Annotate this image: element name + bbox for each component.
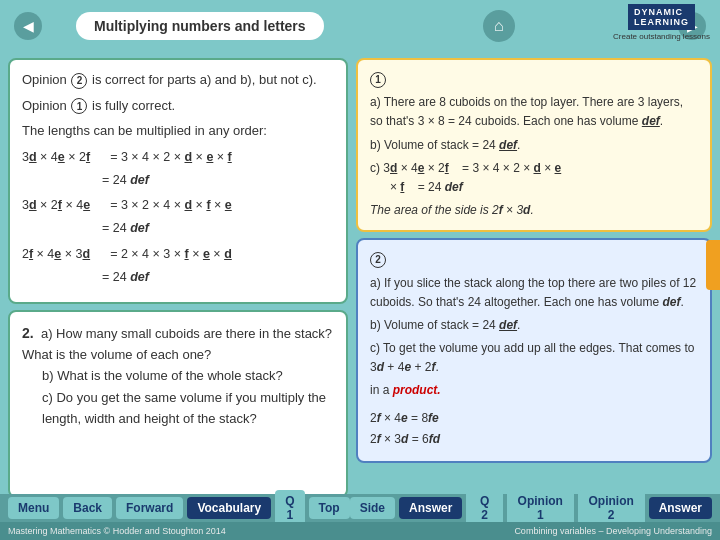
ans1b: b) Volume of stack = 24 def. xyxy=(370,136,698,155)
math1-lhs: 3d × 4e × 2f xyxy=(22,147,90,168)
answer-box-1: 1 a) There are 8 cuboids on the top laye… xyxy=(356,58,712,232)
footer-right: Combining variables – Developing Underst… xyxy=(514,526,712,536)
math3-lhs: 2f × 4e × 3d xyxy=(22,244,90,265)
opinion1-button[interactable]: Opinion 1 xyxy=(507,490,574,526)
forward-button[interactable]: Forward xyxy=(116,497,183,519)
top-bar: ◀ Multiplying numbers and letters ⌂ ▶ DY… xyxy=(0,0,720,52)
ans1c: c) 3d × 4e × 2f = 3 × 4 × 2 × d × e xyxy=(370,159,698,178)
opinion-intro: Opinion 2 is correct for parts a) and b)… xyxy=(22,70,334,90)
bottom-bar: Menu Back Forward Vocabulary Q 1 Top Sid… xyxy=(0,494,720,522)
circle-2-label: 2 xyxy=(370,250,698,269)
footer-bar: Mastering Mathematics © Hodder and Stoug… xyxy=(0,522,720,540)
logo-text: DYNAMICLEARNING xyxy=(628,4,695,30)
ans2a: a) If you slice the stack along the top … xyxy=(370,274,698,312)
answer-circle-1: 1 xyxy=(370,72,386,88)
answer-box-2: 2 a) If you slice the stack along the to… xyxy=(356,238,712,463)
answer2-button[interactable]: Answer xyxy=(649,497,712,519)
circle-1: 1 xyxy=(71,98,87,114)
ans2c: c) To get the volume you add up all the … xyxy=(370,339,698,377)
opinion2-button[interactable]: Opinion 2 xyxy=(578,490,645,526)
math-block-1: 3d × 4e × 2f = 3 × 4 × 2 × d × e × f = 2… xyxy=(22,147,334,192)
side-button[interactable]: Side xyxy=(350,497,395,519)
math3-result: = 24 def xyxy=(22,267,334,288)
logo-sub: Create outstanding lessons xyxy=(613,32,710,41)
circle-1-label: 1 xyxy=(370,70,698,89)
question-title: 2. a) How many small cuboids are there i… xyxy=(22,322,334,366)
eq2: 2f × 3d = 6fd xyxy=(370,430,698,449)
math-line-2: 3d × 2f × 4e = 3 × 2 × 4 × d × f × e xyxy=(22,195,334,216)
q1-button[interactable]: Q 1 xyxy=(275,490,304,526)
product-note: in a product. xyxy=(370,381,698,400)
home-icon[interactable]: ⌂ xyxy=(483,10,515,42)
question-box: 2. a) How many small cuboids are there i… xyxy=(8,310,348,498)
math-block-3: 2f × 4e × 3d = 2 × 4 × 3 × f × e × d = 2… xyxy=(22,244,334,289)
math3-eq: = 2 × 4 × 3 × f × e × d xyxy=(110,244,232,265)
question-c: c) Do you get the same volume if you mul… xyxy=(42,388,334,430)
opinion-box: Opinion 2 is correct for parts a) and b)… xyxy=(8,58,348,304)
ans2b: b) Volume of stack = 24 def. xyxy=(370,316,698,335)
prev-arrow[interactable]: ◀ xyxy=(14,12,42,40)
bottom-left-nav: Menu Back Forward Vocabulary Q 1 Top xyxy=(8,490,350,526)
eq1: 2f × 4e = 8fe xyxy=(370,409,698,428)
right-panel: 1 a) There are 8 cuboids on the top laye… xyxy=(356,58,712,498)
answer-circle-2: 2 xyxy=(370,252,386,268)
footer-left: Mastering Mathematics © Hodder and Stoug… xyxy=(8,526,226,536)
math2-eq: = 3 × 2 × 4 × d × f × e xyxy=(110,195,232,216)
math1-result: = 24 def xyxy=(22,170,334,191)
math-line-1: 3d × 4e × 2f = 3 × 4 × 2 × d × e × f xyxy=(22,147,334,168)
answer-math: 2f × 4e = 8fe 2f × 3d = 6fd xyxy=(370,409,698,449)
order-note: The lengths can be multiplied in any ord… xyxy=(22,121,334,141)
menu-button[interactable]: Menu xyxy=(8,497,59,519)
answer-button[interactable]: Answer xyxy=(399,497,462,519)
opinion-2-text: Opinion 1 is fully correct. xyxy=(22,96,334,116)
ans1a: a) There are 8 cuboids on the top layer.… xyxy=(370,93,698,131)
math2-lhs: 3d × 2f × 4e xyxy=(22,195,90,216)
side-note: The area of the side is 2f × 3d. xyxy=(370,201,698,220)
math2-result: = 24 def xyxy=(22,218,334,239)
vocabulary-button[interactable]: Vocabulary xyxy=(187,497,271,519)
top-button[interactable]: Top xyxy=(309,497,350,519)
bottom-right-nav: Side Answer Q 2 Opinion 1 Opinion 2 Answ… xyxy=(350,490,712,526)
back-button[interactable]: Back xyxy=(63,497,112,519)
ans1c2: × f = 24 def xyxy=(370,178,698,197)
main-content: Opinion 2 is correct for parts a) and b)… xyxy=(0,52,720,504)
logo: DYNAMICLEARNING Create outstanding lesso… xyxy=(613,4,710,41)
question-b: b) What is the volume of the whole stack… xyxy=(42,366,334,387)
math1-eq: = 3 × 4 × 2 × d × e × f xyxy=(110,147,232,168)
math-block-2: 3d × 2f × 4e = 3 × 2 × 4 × d × f × e = 2… xyxy=(22,195,334,240)
circle-2: 2 xyxy=(71,73,87,89)
math-line-3: 2f × 4e × 3d = 2 × 4 × 3 × f × e × d xyxy=(22,244,334,265)
q2-button[interactable]: Q 2 xyxy=(466,490,502,526)
cutout-tab xyxy=(706,240,720,290)
page-title: Multiplying numbers and letters xyxy=(76,12,324,40)
left-panel: Opinion 2 is correct for parts a) and b)… xyxy=(8,58,348,498)
